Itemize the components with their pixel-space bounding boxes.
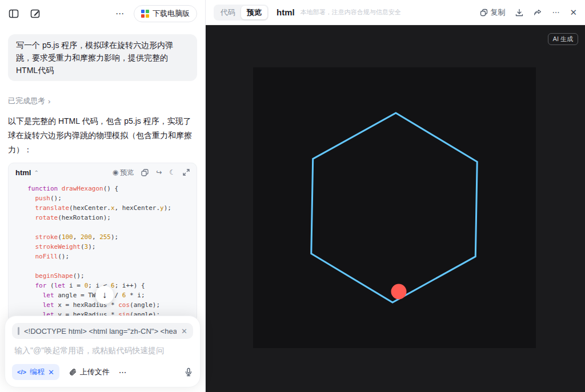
app-window: ⋯ 下载电脑版 写一个 p5.js 程序，模拟球在旋转六边形内弹跳，要求受重力和… [0,0,585,392]
chevron-right-icon: › [48,97,50,106]
bouncing-ball [391,284,407,300]
microphone-icon[interactable] [184,367,193,377]
message-input[interactable]: 输入"@"唤起常用语，或粘贴代码快速提问 [14,346,191,356]
code-language-label: html [15,168,31,177]
programming-tag-label: 编程 [30,367,45,377]
remove-attachment-icon[interactable]: ✕ [181,327,187,336]
copy-label: 复制 [490,7,505,18]
preview-header: 代码 预览 html 本地部署，注意内容合规与信息安全 复制 ⋯ ✕ [206,0,585,25]
download-desktop-label: 下载电脑版 [153,9,190,19]
code-line: beginShape(); [20,271,197,281]
code-line [20,223,197,232]
code-block-actions: ◉ 预览 ↪ ☾ [113,168,190,177]
copy-code-icon[interactable] [141,169,149,176]
compliance-notice: 本地部署，注意内容合规与信息安全 [300,8,401,17]
programming-tag-chip[interactable]: </> 编程 ✕ [12,364,59,380]
tab-preview[interactable]: 预览 [241,6,267,19]
chat-more-button[interactable]: ⋯ [115,9,125,19]
thinking-done-label: 已完成思考 [8,96,45,106]
chat-toolbar: ⋯ 下载电脑版 [0,0,205,27]
attachment-bar-icon [18,327,19,335]
preview-title: html [277,7,295,17]
code-line: function drawHexagon() { [20,184,197,193]
code-line: noFill(); [20,252,197,261]
upload-file-button[interactable]: 上传文件 [69,367,110,377]
code-attachment-chip[interactable]: <!DOCTYPE html> <html lang="zh-CN"> <hea… [12,323,193,339]
app-logo [141,10,149,18]
code-line [20,261,197,271]
thinking-done-toggle[interactable]: 已完成思考 › [8,96,197,106]
scroll-to-bottom-button[interactable]: ↓ [95,286,114,304]
code-line: stroke(100, 200, 255); [20,232,197,242]
paperclip-icon [69,368,77,377]
quote-code-icon[interactable]: ☾ [169,168,175,176]
preview-more-button[interactable]: ⋯ [552,8,559,17]
sidebar-toggle-icon[interactable] [8,8,19,19]
ai-generated-badge: AI 生成 [548,33,578,45]
download-icon [515,9,523,17]
code-tag-icon: </> [17,369,26,375]
composer-toolbar: </> 编程 ✕ 上传文件 ⋯ [12,364,193,380]
down-arrow-icon: ↓ [102,290,107,300]
download-desktop-button[interactable]: 下载电脑版 [134,5,197,22]
p5-canvas[interactable] [253,67,536,348]
preview-area: AI 生成 [206,25,585,392]
composer-more-button[interactable]: ⋯ [119,367,127,377]
assistant-message-text: 以下是完整的 HTML 代码，包含 p5.js 程序，实现了球在旋转六边形内弹跳… [8,114,197,157]
preview-code-label: 预览 [120,168,134,177]
tab-code[interactable]: 代码 [215,6,241,19]
remove-tag-icon[interactable]: ✕ [48,368,54,377]
code-block-header: html ⌃ ◉ 预览 ↪ ☾ [9,163,197,181]
collapse-code-icon[interactable]: ⌃ [34,169,38,176]
chat-panel: ⋯ 下载电脑版 写一个 p5.js 程序，模拟球在旋转六边形内弹跳，要求受重力和… [0,0,206,392]
sketch-background [253,67,536,348]
upload-file-label: 上传文件 [80,367,110,377]
play-circle-icon: ◉ [113,168,118,176]
copy-icon [480,9,488,17]
copy-button[interactable]: 复制 [480,7,505,18]
share-button[interactable] [534,9,542,17]
expand-code-icon[interactable] [183,169,190,176]
code-line: strokeWeight(3); [20,242,197,252]
close-preview-icon[interactable]: ✕ [570,7,577,18]
preview-panel: 代码 预览 html 本地部署，注意内容合规与信息安全 复制 ⋯ ✕ [206,0,585,392]
new-chat-icon[interactable] [30,8,41,19]
code-line: rotate(hexRotation); [20,213,197,223]
attachment-text: <!DOCTYPE html> <html lang="zh-CN"> <hea… [24,327,177,336]
code-line: translate(hexCenter.x, hexCenter.y); [20,203,197,213]
composer: <!DOCTYPE html> <html lang="zh-CN"> <hea… [5,316,201,387]
share-icon [534,9,542,17]
code-line: push(); [20,193,197,203]
preview-code-button[interactable]: ◉ 预览 [113,168,134,177]
redirect-code-icon[interactable]: ↪ [156,168,162,176]
download-button[interactable] [515,9,523,17]
code-preview-segment: 代码 预览 [214,5,269,21]
preview-actions: 复制 ⋯ ✕ [480,7,577,18]
user-message-bubble: 写一个 p5.js 程序，模拟球在旋转六边形内弹跳，要求受重力和摩擦力影响，提供… [8,34,197,81]
